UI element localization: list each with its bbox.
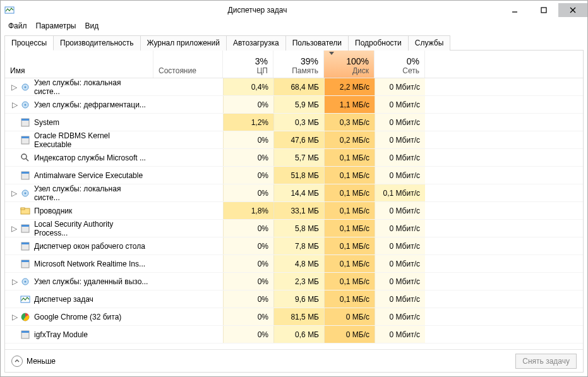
col-network[interactable]: 0% Сеть bbox=[375, 51, 425, 78]
col-mem-label: Память bbox=[279, 66, 318, 75]
minimize-button[interactable] bbox=[500, 3, 529, 17]
tab-services[interactable]: Службы bbox=[408, 35, 450, 51]
maximize-button[interactable] bbox=[529, 3, 558, 17]
table-row[interactable]: ▷Узел службы: локальная систе...0,4%68,4… bbox=[5, 78, 583, 96]
cell-cpu: 1,2% bbox=[223, 114, 273, 131]
process-name: Проводник bbox=[34, 206, 72, 215]
cell-disk: 0,3 МБ/с bbox=[324, 114, 375, 131]
fewer-details-button[interactable]: Меньше bbox=[11, 356, 56, 367]
expand-icon[interactable]: ▷ bbox=[10, 189, 19, 198]
cell-cpu: 0% bbox=[223, 167, 273, 184]
cell-name: Диспетчер задач bbox=[5, 290, 153, 308]
cell-disk: 0 МБ/с bbox=[324, 308, 375, 325]
menu-options[interactable]: Параметры bbox=[36, 21, 76, 30]
process-list[interactable]: ▷Узел службы: локальная систе...0,4%68,4… bbox=[5, 78, 583, 349]
table-row[interactable]: Oracle RDBMS Kernel Executable0%47,6 МБ0… bbox=[5, 131, 583, 149]
table-row[interactable]: ▷Google Chrome (32 бита)0%81,5 МБ0 МБ/с0… bbox=[5, 308, 583, 326]
col-disk[interactable]: 100% Диск bbox=[324, 51, 375, 78]
process-name: Microsoft Network Realtime Ins... bbox=[34, 260, 145, 268]
cell-network: 0 Мбит/с bbox=[375, 78, 425, 95]
table-row[interactable]: Диспетчер задач0%9,6 МБ0,1 МБ/с0 Мбит/с bbox=[5, 290, 583, 308]
cell-network: 0,1 Мбит/с bbox=[375, 184, 425, 201]
process-view: Имя Состояние 3% ЦП 39% Память 100% Диск… bbox=[4, 51, 584, 373]
process-icon bbox=[20, 312, 30, 322]
expand-icon[interactable]: ▷ bbox=[10, 277, 19, 286]
table-row[interactable]: Диспетчер окон рабочего стола0%7,8 МБ0,1… bbox=[5, 237, 583, 255]
col-status-label: Состояние bbox=[159, 66, 217, 75]
col-cpu[interactable]: 3% ЦП bbox=[223, 51, 273, 78]
table-row[interactable]: Индексатор службы Microsoft ...0%5,7 МБ0… bbox=[5, 149, 583, 167]
expand-icon[interactable]: ▷ bbox=[10, 83, 19, 92]
table-row[interactable]: ▷Узел службы: локальная систе...0%14,4 М… bbox=[5, 184, 583, 202]
cell-disk: 0,1 МБ/с bbox=[324, 149, 375, 166]
end-task-button[interactable]: Снять задачу bbox=[515, 354, 577, 369]
cell-status bbox=[153, 184, 223, 201]
process-name: System bbox=[34, 118, 59, 127]
cell-cpu: 0,4% bbox=[223, 78, 273, 95]
svg-rect-33 bbox=[21, 331, 29, 333]
tab-startup[interactable]: Автозагрузка bbox=[226, 35, 286, 51]
cell-cpu: 0% bbox=[223, 184, 273, 201]
col-status[interactable]: Состояние bbox=[153, 51, 223, 78]
process-name: Узел службы: дефрагментаци... bbox=[34, 100, 146, 109]
cell-name: ▷Local Security Authority Process... bbox=[5, 220, 153, 237]
cell-status bbox=[153, 78, 223, 95]
menu-file[interactable]: Файл bbox=[8, 21, 27, 30]
window-title: Диспетчер задач bbox=[15, 6, 500, 15]
cell-memory: 68,4 МБ bbox=[273, 78, 324, 95]
cell-name: Microsoft Network Realtime Ins... bbox=[5, 255, 153, 272]
column-headers: Имя Состояние 3% ЦП 39% Память 100% Диск… bbox=[5, 51, 583, 78]
cell-cpu: 0% bbox=[223, 149, 273, 166]
table-row[interactable]: ▷Узел службы: дефрагментаци...0%5,9 МБ1,… bbox=[5, 96, 583, 114]
cell-network: 0 Мбит/с bbox=[375, 114, 425, 131]
cell-network: 0 Мбит/с bbox=[375, 202, 425, 219]
expand-icon[interactable]: ▷ bbox=[10, 100, 19, 109]
cell-cpu: 0% bbox=[223, 290, 273, 308]
table-row[interactable]: Проводник1,8%33,1 МБ0,1 МБ/с0 Мбит/с bbox=[5, 202, 583, 220]
cell-name: Oracle RDBMS Kernel Executable bbox=[5, 131, 153, 148]
close-button[interactable] bbox=[558, 3, 587, 17]
cell-memory: 7,8 МБ bbox=[273, 237, 324, 254]
expand-icon[interactable]: ▷ bbox=[10, 224, 19, 233]
col-disk-pct: 100% bbox=[329, 56, 369, 66]
cell-status bbox=[153, 131, 223, 148]
table-row[interactable]: Antimalware Service Executable0%51,8 МБ0… bbox=[5, 167, 583, 184]
svg-rect-24 bbox=[21, 242, 29, 244]
col-cpu-pct: 3% bbox=[228, 56, 268, 66]
col-name[interactable]: Имя bbox=[5, 51, 153, 78]
process-name: igfxTray Module bbox=[34, 330, 88, 339]
tab-processes[interactable]: Процессы bbox=[4, 35, 54, 51]
table-row[interactable]: ▷Узел службы: удаленный вызо...0%2,3 МБ0… bbox=[5, 273, 583, 290]
tab-users[interactable]: Пользователи bbox=[285, 35, 349, 51]
cell-disk: 0,1 МБ/с bbox=[324, 237, 375, 254]
cell-network: 0 Мбит/с bbox=[375, 131, 425, 148]
cell-network: 0 Мбит/с bbox=[375, 255, 425, 272]
tab-performance[interactable]: Производительность bbox=[53, 35, 140, 51]
cell-name: ▷Google Chrome (32 бита) bbox=[5, 308, 153, 325]
cell-memory: 5,8 МБ bbox=[273, 220, 324, 237]
table-row[interactable]: System1,2%0,3 МБ0,3 МБ/с0 Мбит/с bbox=[5, 114, 583, 131]
table-row[interactable]: ▷Local Security Authority Process...0%5,… bbox=[5, 220, 583, 237]
cell-name: Диспетчер окон рабочего стола bbox=[5, 237, 153, 254]
cell-name: ▷Узел службы: локальная систе... bbox=[5, 78, 153, 95]
cell-status bbox=[153, 114, 223, 131]
col-net-pct: 0% bbox=[380, 56, 419, 66]
cell-status bbox=[153, 202, 223, 219]
process-name: Индексатор службы Microsoft ... bbox=[34, 153, 146, 162]
table-row[interactable]: igfxTray Module0%0,6 МБ0 МБ/с0 Мбит/с bbox=[5, 326, 583, 344]
fewer-label: Меньше bbox=[27, 357, 56, 366]
process-name: Local Security Authority Process... bbox=[34, 220, 148, 237]
tab-details[interactable]: Подробности bbox=[348, 35, 409, 51]
menu-view[interactable]: Вид bbox=[85, 21, 99, 30]
cell-name: Индексатор службы Microsoft ... bbox=[5, 149, 153, 166]
svg-point-13 bbox=[21, 154, 27, 159]
cell-memory: 4,8 МБ bbox=[273, 255, 324, 272]
tab-app-history[interactable]: Журнал приложений bbox=[140, 35, 227, 51]
table-row[interactable]: Microsoft Network Realtime Ins...0%4,8 М… bbox=[5, 255, 583, 273]
cell-disk: 0,2 МБ/с bbox=[324, 131, 375, 148]
cell-status bbox=[153, 167, 223, 184]
cell-memory: 0,6 МБ bbox=[273, 326, 324, 343]
cell-cpu: 0% bbox=[223, 308, 273, 325]
expand-icon[interactable]: ▷ bbox=[10, 313, 19, 321]
col-memory[interactable]: 39% Память bbox=[273, 51, 324, 78]
